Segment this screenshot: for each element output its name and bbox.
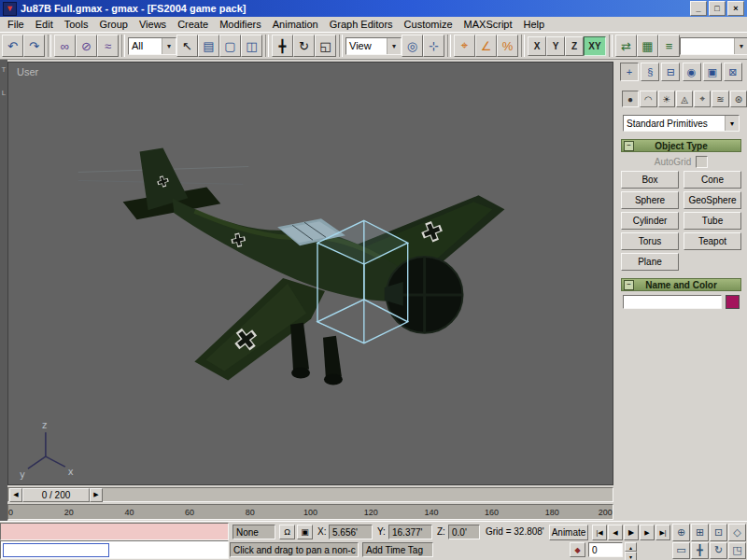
maxscript-macro-recorder[interactable] (0, 523, 229, 540)
geometry-category-icon[interactable]: ● (622, 91, 639, 107)
menu-help[interactable]: Help (518, 18, 551, 31)
unlink-selection-icon[interactable]: ⊘ (76, 35, 97, 57)
restrict-y-button[interactable]: Y (546, 36, 565, 56)
close-button[interactable]: × (727, 1, 744, 16)
cameras-category-icon[interactable]: ◬ (676, 91, 693, 107)
select-and-link-icon[interactable]: ∞ (54, 35, 76, 57)
chevron-down-icon[interactable]: ▾ (725, 116, 739, 131)
shapes-category-icon[interactable]: ◠ (640, 91, 656, 107)
viewport-user[interactable]: User (7, 62, 613, 485)
select-by-name-icon[interactable]: ▤ (198, 35, 219, 57)
restrict-xy-plane-button[interactable]: XY (584, 36, 606, 56)
mirror-icon[interactable]: ⇄ (615, 35, 637, 57)
select-object-icon[interactable]: ↖ (176, 35, 198, 57)
zoom-icon[interactable]: ⊕ (672, 524, 690, 541)
time-slider-track[interactable] (103, 489, 612, 501)
geosphere-button[interactable]: GeoSphere (684, 191, 741, 209)
menu-graph-editors[interactable]: Graph Editors (324, 18, 399, 31)
collapse-icon[interactable]: − (624, 141, 634, 151)
maxscript-input[interactable] (3, 543, 109, 557)
time-slider-prev-icon[interactable]: ◀ (9, 488, 22, 502)
use-center-icon[interactable]: ◎ (402, 35, 423, 57)
z-coordinate-field[interactable]: 0.0' (448, 525, 480, 539)
viewport-scene[interactable]: z y x (8, 63, 613, 484)
menu-tools[interactable]: Tools (59, 18, 94, 31)
menu-file[interactable]: File (2, 18, 30, 31)
menu-views[interactable]: Views (134, 18, 172, 31)
viewport-label[interactable]: User (17, 66, 38, 77)
object-color-swatch[interactable] (726, 295, 740, 309)
chevron-down-icon[interactable]: ▾ (387, 38, 401, 54)
aircraft-model[interactable] (78, 148, 505, 385)
create-tab[interactable]: + (620, 63, 639, 81)
chevron-down-icon[interactable]: ▾ (734, 38, 747, 54)
array-icon[interactable]: ▦ (637, 35, 658, 57)
restrict-x-button[interactable]: X (528, 36, 546, 56)
box-button[interactable]: Box (621, 171, 679, 189)
menu-edit[interactable]: Edit (30, 18, 59, 31)
object-type-rollout-header[interactable]: − Object Type (621, 139, 741, 152)
spinner-up-icon[interactable]: ▴ (625, 542, 637, 552)
zoom-all-icon[interactable]: ⊞ (691, 524, 709, 541)
current-frame-field[interactable]: 0 (588, 542, 623, 557)
display-tab[interactable]: ▣ (703, 63, 722, 81)
selection-lock-icon[interactable]: Ω (279, 525, 295, 539)
object-name-input[interactable] (623, 295, 722, 309)
zoom-extents-icon[interactable]: ⊡ (710, 524, 727, 541)
select-manipulate-icon[interactable]: ⊹ (423, 35, 444, 57)
angle-snap-icon[interactable]: ∠ (475, 35, 497, 57)
utilities-tab[interactable]: ⊠ (724, 63, 742, 81)
menu-group[interactable]: Group (93, 18, 134, 31)
animate-button[interactable]: Animate (549, 525, 588, 540)
maximize-button[interactable]: □ (709, 1, 726, 16)
snap-toggle-icon[interactable]: ⌖ (454, 35, 475, 57)
select-and-scale-icon[interactable]: ◱ (315, 35, 336, 57)
play-animation-icon[interactable]: ▶ (624, 525, 639, 540)
go-to-end-icon[interactable]: ▶| (655, 525, 670, 540)
select-and-move-icon[interactable]: ╋ (272, 35, 293, 57)
collapse-icon[interactable]: − (624, 280, 634, 290)
previous-frame-icon[interactable]: ◀ (608, 525, 623, 540)
key-mode-toggle-icon[interactable]: ◆ (570, 542, 585, 557)
time-slider-next-icon[interactable]: ▶ (90, 488, 103, 502)
maxscript-listener[interactable] (0, 540, 229, 559)
add-time-tag[interactable]: Add Time Tag (362, 542, 433, 557)
menu-modifiers[interactable]: Modifiers (214, 18, 267, 31)
restrict-z-button[interactable]: Z (565, 36, 584, 56)
go-to-start-icon[interactable]: |◀ (592, 525, 607, 540)
zoom-region-icon[interactable]: ▭ (672, 542, 690, 560)
pan-icon[interactable]: ╋ (691, 542, 709, 560)
absolute-offset-toggle-icon[interactable]: ▣ (297, 525, 313, 539)
align-icon[interactable]: ≡ (658, 35, 680, 57)
motion-tab[interactable]: ◉ (683, 63, 701, 81)
min-max-toggle-icon[interactable]: ◳ (728, 542, 746, 560)
selection-region-icon[interactable]: ▢ (219, 35, 241, 57)
autogrid-checkbox[interactable] (696, 156, 708, 168)
y-coordinate-field[interactable]: 16.377' (388, 525, 432, 539)
hierarchy-tab[interactable]: ⊟ (661, 63, 680, 81)
app-icon[interactable]: ▼ (3, 2, 17, 16)
field-of-view-icon[interactable]: ◇ (728, 524, 746, 541)
select-and-rotate-icon[interactable]: ↻ (293, 35, 315, 57)
reference-coordinate-dropdown[interactable]: View ▾ (345, 37, 402, 55)
menu-maxscript[interactable]: MAXScript (458, 18, 518, 31)
helpers-category-icon[interactable]: ⌖ (694, 91, 711, 107)
plane-button[interactable]: Plane (621, 253, 679, 271)
selection-status-field[interactable]: None (233, 525, 275, 539)
name-color-rollout-header[interactable]: − Name and Color (621, 278, 741, 291)
lights-category-icon[interactable]: ☀ (658, 91, 675, 107)
named-selection-dropdown[interactable]: ▾ (680, 37, 747, 55)
menu-customize[interactable]: Customize (399, 18, 458, 31)
redo-icon[interactable]: ↷ (23, 35, 45, 57)
window-crossing-icon[interactable]: ◫ (241, 35, 262, 57)
undo-icon[interactable]: ↶ (2, 35, 23, 57)
menu-create[interactable]: Create (172, 18, 214, 31)
time-slider-handle[interactable]: 0 / 200 (22, 488, 90, 502)
top-viewport-sliver[interactable]: T (0, 65, 7, 74)
left-viewport-sliver[interactable]: L (0, 89, 7, 97)
spacewarps-category-icon[interactable]: ≋ (712, 91, 728, 107)
selection-filter-dropdown[interactable]: All ▾ (128, 37, 176, 55)
chevron-down-icon[interactable]: ▾ (162, 38, 176, 54)
menu-animation[interactable]: Animation (267, 18, 324, 31)
sphere-button[interactable]: Sphere (621, 191, 679, 209)
